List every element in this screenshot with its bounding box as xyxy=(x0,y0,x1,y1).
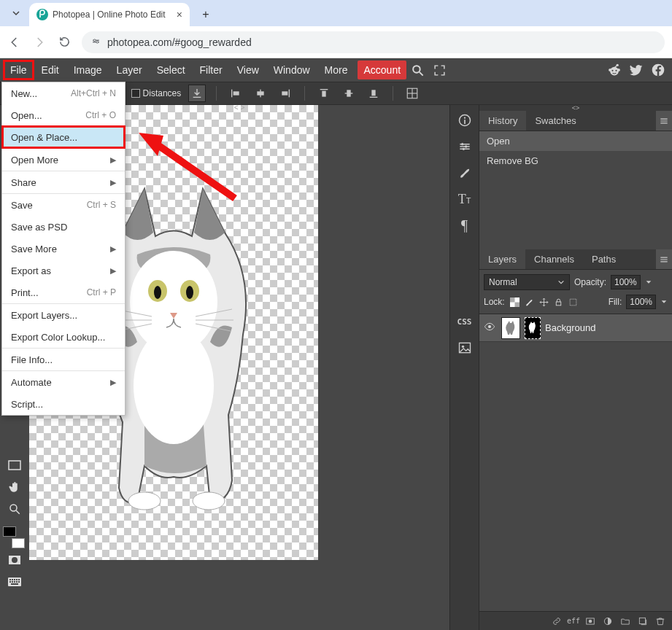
character-panel-icon[interactable]: TT xyxy=(454,188,476,210)
download-icon[interactable] xyxy=(188,85,206,102)
url-field[interactable]: photopea.com/#goog_rewarded xyxy=(82,31,665,53)
file-menu-save[interactable]: SaveCtrl + S xyxy=(2,194,125,216)
photopea-favicon xyxy=(36,9,48,20)
back-button[interactable] xyxy=(7,35,22,50)
shape-tool[interactable] xyxy=(3,455,26,475)
account-button[interactable]: Account xyxy=(358,61,406,79)
menu-filter[interactable]: Filter xyxy=(193,60,230,80)
layer-mask-icon[interactable] xyxy=(583,614,598,629)
layer-row[interactable]: Background xyxy=(479,314,672,342)
visibility-icon[interactable] xyxy=(484,321,497,335)
file-menu-save-more[interactable]: Save More▶ xyxy=(2,238,125,260)
facebook-icon[interactable] xyxy=(650,62,666,78)
file-menu-share[interactable]: Share▶ xyxy=(2,171,125,193)
twitter-icon[interactable] xyxy=(628,62,644,78)
image-panel-icon[interactable] xyxy=(454,337,476,359)
swatches-tab[interactable]: Swatches xyxy=(526,111,584,131)
menu-file[interactable]: File xyxy=(3,60,34,80)
panel-collapse-grip[interactable]: <> xyxy=(479,105,672,111)
adjustment-layer-icon[interactable] xyxy=(600,614,615,629)
lock-all-icon[interactable] xyxy=(553,296,565,308)
file-menu-open-place[interactable]: Open & Place... xyxy=(2,126,125,148)
channels-tab[interactable]: Channels xyxy=(525,249,583,269)
layers-tab[interactable]: Layers xyxy=(479,249,525,269)
menu-more[interactable]: More xyxy=(317,60,355,80)
close-tab-icon[interactable]: × xyxy=(177,9,182,20)
folder-icon[interactable] xyxy=(618,614,633,629)
color-swatches[interactable] xyxy=(3,525,26,548)
fullscreen-icon[interactable] xyxy=(431,62,447,78)
svg-point-9 xyxy=(617,69,620,71)
zoom-tool[interactable] xyxy=(3,499,26,519)
menu-window[interactable]: Window xyxy=(266,60,317,80)
file-menu-print[interactable]: Print...Ctrl + P xyxy=(2,281,125,303)
layers-panel-menu-icon[interactable] xyxy=(656,249,672,269)
history-item[interactable]: Open xyxy=(479,131,672,151)
file-menu-automate[interactable]: Automate▶ xyxy=(2,371,125,393)
paths-tab[interactable]: Paths xyxy=(583,249,625,269)
svg-rect-37 xyxy=(12,579,13,580)
hand-tool[interactable] xyxy=(3,477,26,497)
fill-dropdown-icon[interactable] xyxy=(660,298,668,306)
new-layer-icon[interactable] xyxy=(636,614,650,629)
info-panel-icon[interactable] xyxy=(454,109,476,131)
svg-rect-26 xyxy=(372,90,376,96)
align-right-icon[interactable] xyxy=(277,85,294,102)
svg-rect-41 xyxy=(9,581,11,583)
file-menu-file-info[interactable]: File Info... xyxy=(2,349,125,370)
align-hcenter-icon[interactable] xyxy=(252,85,269,102)
opacity-value[interactable]: 100% xyxy=(611,275,641,289)
lock-artboard-icon[interactable] xyxy=(568,296,579,308)
lock-paint-icon[interactable] xyxy=(524,296,536,308)
file-menu-new[interactable]: New...Alt+Ctrl + N xyxy=(2,82,125,104)
svg-point-13 xyxy=(615,70,617,71)
trash-icon[interactable] xyxy=(653,614,668,629)
site-settings-icon[interactable] xyxy=(90,36,101,49)
align-vcenter-icon[interactable] xyxy=(340,85,358,102)
layers-footer: eff xyxy=(479,611,672,630)
history-tab[interactable]: History xyxy=(479,111,526,131)
search-icon[interactable] xyxy=(409,62,425,78)
file-menu-export-color-lookup[interactable]: Export Color Lookup... xyxy=(2,326,125,348)
file-menu-open-more[interactable]: Open More▶ xyxy=(2,149,125,171)
align-top-icon[interactable] xyxy=(315,85,333,102)
new-tab-button[interactable]: + xyxy=(196,4,216,25)
align-bottom-icon[interactable] xyxy=(365,85,382,102)
effects-label[interactable]: eff xyxy=(567,617,580,625)
tab-title: Photopea | Online Photo Edit xyxy=(53,9,172,20)
file-menu-export-as[interactable]: Export as▶ xyxy=(2,260,125,281)
file-menu-script[interactable]: Script... xyxy=(2,393,125,415)
link-layers-icon[interactable] xyxy=(549,614,564,629)
history-panel-menu-icon[interactable] xyxy=(656,111,672,131)
menu-layer[interactable]: Layer xyxy=(109,60,150,80)
opacity-dropdown-icon[interactable] xyxy=(645,279,652,286)
lock-move-icon[interactable] xyxy=(538,296,550,308)
menu-view[interactable]: View xyxy=(230,60,266,80)
history-item[interactable]: Remove BG xyxy=(479,151,672,171)
file-menu-save-as-psd[interactable]: Save as PSD xyxy=(2,216,125,238)
css-panel-icon[interactable]: CSS xyxy=(454,311,476,332)
forward-button[interactable] xyxy=(32,35,47,50)
keyboard-icon[interactable] xyxy=(3,572,26,592)
svg-point-68 xyxy=(461,346,463,348)
reload-button[interactable] xyxy=(57,35,72,50)
menu-image[interactable]: Image xyxy=(66,60,109,80)
right-panels: <> History Swatches OpenRemove BG Layers… xyxy=(479,105,672,630)
tab-list-dropdown[interactable] xyxy=(6,3,26,23)
blend-mode-dropdown[interactable]: Normal xyxy=(484,274,570,290)
menu-select[interactable]: Select xyxy=(150,60,193,80)
browser-tab[interactable]: Photopea | Online Photo Edit × xyxy=(29,3,190,26)
file-menu-export-layers[interactable]: Export Layers... xyxy=(2,304,125,326)
paragraph-panel-icon[interactable]: ¶ xyxy=(454,214,476,236)
grid-icon[interactable] xyxy=(403,85,421,102)
reddit-icon[interactable] xyxy=(606,62,622,78)
menu-edit[interactable]: Edit xyxy=(34,60,66,80)
lock-transparency-icon[interactable] xyxy=(509,296,521,308)
file-menu-open[interactable]: Open...Ctrl + O xyxy=(2,104,125,126)
fill-value[interactable]: 100% xyxy=(626,295,656,309)
histogram-panel-icon[interactable] xyxy=(454,136,476,158)
quick-mask-tool[interactable] xyxy=(3,550,26,570)
brush-panel-icon[interactable] xyxy=(454,162,476,184)
align-left-icon[interactable] xyxy=(227,85,244,102)
distances-checkbox[interactable]: Distances xyxy=(131,88,182,98)
